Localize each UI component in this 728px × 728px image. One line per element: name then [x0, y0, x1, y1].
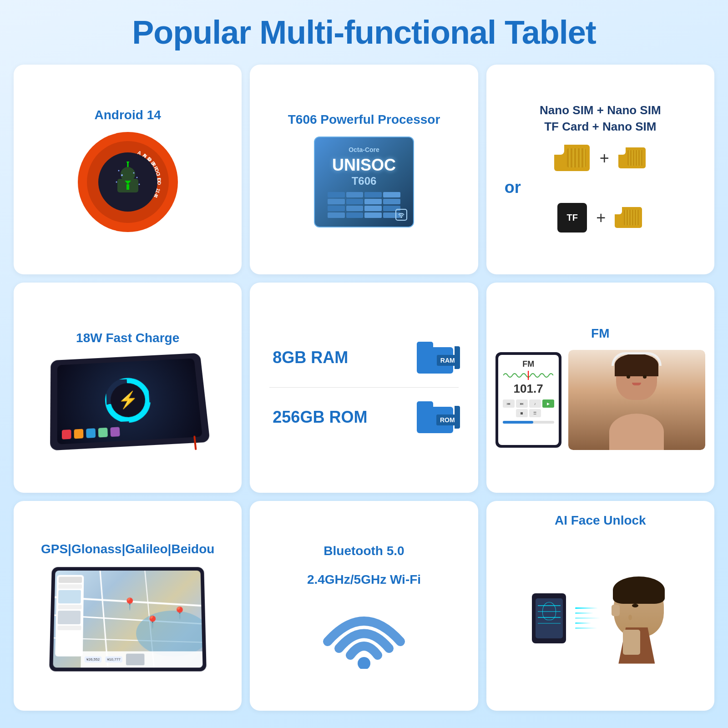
- map-sidebar: [55, 575, 84, 656]
- rom-folder-icon: ROM: [417, 401, 455, 433]
- sim-row-2: TF +: [557, 203, 643, 233]
- processor-title: T606 Powerful Processor: [288, 111, 440, 128]
- svg-point-23: [358, 657, 370, 669]
- sim-card-small-2: [615, 207, 643, 229]
- tablet-charge-visual: ⚡: [50, 353, 210, 451]
- fm-content: FM 101.7 ⏮ ⏭ ♪ ▶ ⏹: [495, 350, 705, 450]
- android-ring-svg: ANDROID 14 ANDROID 14: [89, 143, 167, 221]
- sim-card-1: [554, 145, 591, 172]
- fm-title: FM: [591, 325, 609, 342]
- ram-row: 8GB RAM RAM: [259, 335, 469, 380]
- octa-label: Octa-Core: [349, 146, 379, 153]
- map-screen: 📍 📍 📍 ¥26,552 ¥10,77: [53, 571, 202, 667]
- fm-frequency: 101.7: [503, 382, 554, 396]
- fm-wave-svg: [503, 371, 553, 380]
- fm-cell: FM FM 101.7 ⏮ ⏭: [486, 283, 714, 492]
- fm-volume-bar: [503, 421, 554, 424]
- android-cell: Android 14 ANDROID 14: [14, 65, 242, 274]
- plus-sign-2: +: [596, 208, 606, 228]
- tf-card: TF: [557, 203, 587, 233]
- scan-beams: [575, 607, 600, 629]
- ram-label: 8GB RAM: [273, 348, 348, 367]
- charge-cell: 18W Fast Charge ⚡: [14, 283, 242, 492]
- rom-label: 256GB ROM: [273, 408, 367, 427]
- divider: [269, 387, 458, 388]
- sim-title-line1: Nano SIM + Nano SIM: [540, 103, 661, 118]
- svg-text:ANDROID 14: ANDROID 14: [142, 152, 162, 200]
- charge-icon: ⚡: [110, 382, 146, 418]
- processor-box: Octa-Core UNISOC T606: [314, 136, 414, 228]
- processor-brand: UNISOC: [332, 156, 396, 175]
- sim-row-1: +: [554, 145, 647, 172]
- bluetooth-cell: Bluetooth 5.0 2.4GHz/5GHz Wi-Fi: [250, 501, 478, 711]
- bluetooth-title: Bluetooth 5.0: [324, 543, 404, 559]
- fm-controls: ⏮ ⏭ ♪ ▶ ⏹ ☰: [503, 399, 554, 417]
- map-bg: 📍 📍 📍 ¥26,552 ¥10,77: [53, 571, 202, 667]
- svg-point-15: [400, 216, 402, 218]
- processor-model: T606: [352, 175, 377, 187]
- processor-grid: [328, 192, 400, 218]
- map-pin-3: 📍: [172, 606, 187, 620]
- face-tablet: [532, 593, 566, 643]
- memory-cell: 8GB RAM RAM 256GB ROM ROM: [250, 283, 478, 492]
- map-pin-2: 📍: [145, 615, 160, 629]
- fm-tablet: FM 101.7 ⏮ ⏭ ♪ ▶ ⏹: [495, 352, 561, 448]
- gps-cell: GPS|Glonass|Galileo|Beidou: [14, 501, 242, 711]
- woman-photo: [568, 350, 705, 450]
- person-profile: [609, 573, 668, 664]
- sim-title-line2: TF Card + Nano SIM: [540, 119, 661, 135]
- rom-row: 256GB ROM ROM: [259, 394, 469, 440]
- face-title: AI Face Unlock: [555, 512, 646, 529]
- fm-screen: FM 101.7 ⏮ ⏭ ♪ ▶ ⏹: [498, 355, 559, 445]
- page-title: Popular Multi-functional Tablet: [0, 0, 728, 60]
- nfc-icon: [395, 208, 408, 221]
- gps-tablet: 📍 📍 📍 ¥26,552 ¥10,77: [49, 567, 207, 671]
- charge-title: 18W Fast Charge: [76, 330, 179, 346]
- android-title: Android 14: [95, 107, 161, 123]
- feature-grid: Android 14 ANDROID 14: [0, 60, 728, 724]
- or-text: or: [495, 178, 521, 197]
- face-content: [495, 537, 705, 699]
- map-info-bar: ¥26,552 ¥10,777: [81, 651, 202, 667]
- wifi-svg: [323, 596, 405, 669]
- processor-cell: T606 Powerful Processor Octa-Core UNISOC…: [250, 65, 478, 274]
- map-pin-1: 📍: [122, 597, 137, 611]
- face-unlock-cell: AI Face Unlock: [486, 501, 714, 711]
- android-logo: ANDROID 14 ANDROID 14: [78, 132, 178, 232]
- sim-cell: Nano SIM + Nano SIM TF Card + Nano SIM +…: [486, 65, 714, 274]
- gps-title: GPS|Glonass|Galileo|Beidou: [41, 541, 214, 557]
- sim-card-small-1: [618, 147, 647, 169]
- plus-sign-1: +: [600, 149, 609, 168]
- wifi-icon-group: [323, 596, 405, 669]
- wifi-subtitle: 2.4GHz/5GHz Wi-Fi: [307, 572, 421, 587]
- ram-folder-icon: RAM: [417, 342, 455, 374]
- fm-screen-title: FM: [503, 359, 554, 369]
